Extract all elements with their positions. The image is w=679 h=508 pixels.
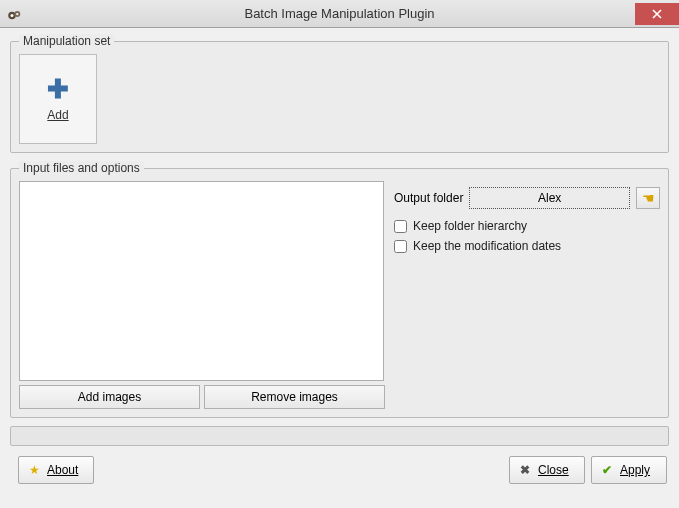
close-window-button[interactable] (635, 3, 679, 25)
hand-icon: ☚ (642, 190, 655, 206)
close-icon: ✖ (518, 463, 532, 477)
reset-output-button[interactable]: ☚ (636, 187, 660, 209)
content: Manipulation set ✚ Add Input files and o… (0, 28, 679, 490)
titlebar: Batch Image Manipulation Plugin (0, 0, 679, 28)
progress-bar (10, 426, 669, 446)
svg-point-2 (11, 14, 14, 17)
about-button[interactable]: ★ About (18, 456, 94, 484)
footer: ★ About ✖ Close ✔ Apply (10, 456, 669, 484)
manipulation-set-legend: Manipulation set (19, 34, 114, 48)
plus-icon: ✚ (47, 76, 69, 102)
about-label: About (47, 463, 78, 477)
keep-hierarchy-checkbox[interactable] (394, 220, 407, 233)
output-folder-button[interactable]: Alex (469, 187, 630, 209)
options-panel: Output folder Alex ☚ Keep folder hierarc… (394, 181, 660, 381)
keep-dates-label: Keep the modification dates (413, 239, 561, 253)
add-manipulation-label: Add (47, 108, 68, 122)
remove-images-button[interactable]: Remove images (204, 385, 385, 409)
add-manipulation-button[interactable]: ✚ Add (19, 54, 97, 144)
close-label: Close (538, 463, 569, 477)
input-file-list[interactable] (19, 181, 384, 381)
gimp-icon (6, 5, 24, 23)
close-button[interactable]: ✖ Close (509, 456, 585, 484)
star-icon: ★ (27, 463, 41, 477)
keep-dates-row[interactable]: Keep the modification dates (394, 239, 660, 253)
window-title: Batch Image Manipulation Plugin (0, 6, 679, 21)
input-files-group: Input files and options Output folder Al… (10, 161, 669, 418)
input-files-legend: Input files and options (19, 161, 144, 175)
output-folder-label: Output folder (394, 191, 463, 205)
keep-hierarchy-row[interactable]: Keep folder hierarchy (394, 219, 660, 233)
apply-label: Apply (620, 463, 650, 477)
keep-dates-checkbox[interactable] (394, 240, 407, 253)
keep-hierarchy-label: Keep folder hierarchy (413, 219, 527, 233)
svg-point-3 (16, 12, 18, 14)
check-icon: ✔ (600, 463, 614, 477)
add-images-button[interactable]: Add images (19, 385, 200, 409)
manipulation-set-group: Manipulation set ✚ Add (10, 34, 669, 153)
apply-button[interactable]: ✔ Apply (591, 456, 667, 484)
